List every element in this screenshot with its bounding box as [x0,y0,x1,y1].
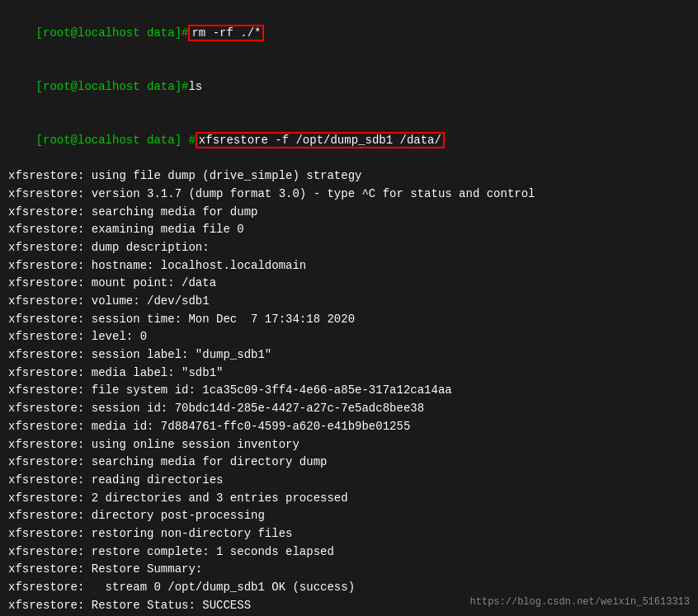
output-3: xfsrestore: searching media for dump [8,204,690,222]
terminal-window: [root@localhost data]#rm -rf ./* [root@l… [0,0,698,616]
output-9: xfsrestore: session time: Mon Dec 7 17:3… [8,311,690,329]
output-10: xfsrestore: level: 0 [8,328,690,346]
output-7: xfsrestore: mount point: /data [8,275,690,293]
output-14: xfsrestore: session id: 70bdc14d-285e-44… [8,400,690,418]
cmd-ls-1: ls [188,80,202,93]
terminal-line-1: [root@localhost data]#rm -rf ./* [8,7,690,60]
terminal-line-2: [root@localhost data]#ls [8,60,690,114]
output-22: xfsrestore: restore complete: 1 seconds … [8,543,690,562]
output-19: xfsrestore: 2 directories and 3 entries … [8,490,690,508]
output-11: xfsrestore: session label: "dump_sdb1" [8,346,690,364]
highlighted-rm-cmd: rm -rf ./* [188,25,264,41]
output-8: xfsrestore: volume: /dev/sdb1 [8,293,690,311]
output-23: xfsrestore: Restore Summary: [8,561,690,579]
output-24: xfsrestore: stream 0 /opt/dump_sdb1 OK (… [8,579,690,597]
output-2: xfsrestore: version 3.1.7 (dump format 3… [8,186,690,204]
output-4: xfsrestore: examining media file 0 [8,221,690,239]
output-16: xfsrestore: using online session invento… [8,436,690,454]
output-12: xfsrestore: media label: "sdb1" [8,364,690,383]
output-6: xfsrestore: hostname: localhost.localdom… [8,257,690,275]
terminal-line-3: [root@localhost data] #xfsrestore -f /op… [8,114,690,167]
output-1: xfsrestore: using file dump (drive_simpl… [8,167,690,186]
highlighted-xfs-cmd: xfsrestore -f /opt/dump_sdb1 /data/ [196,132,445,148]
prompt-1: [root@localhost data]# [36,26,189,40]
prompt-3: [root@localhost data] # [36,134,196,147]
watermark: https://blog.csdn.net/weixin_51613313 [470,596,690,608]
output-18: xfsrestore: reading directories [8,472,690,490]
output-13: xfsrestore: file system id: 1ca35c09-3ff… [8,382,690,400]
output-20: xfsrestore: directory post-processing [8,507,690,525]
prompt-2: [root@localhost data]# [36,80,189,93]
output-5: xfsrestore: dump description: [8,239,690,257]
output-15: xfsrestore: media id: 7d884761-ffc0-4599… [8,418,690,436]
output-17: xfsrestore: searching media for director… [8,454,690,472]
output-21: xfsrestore: restoring non-directory file… [8,525,690,543]
